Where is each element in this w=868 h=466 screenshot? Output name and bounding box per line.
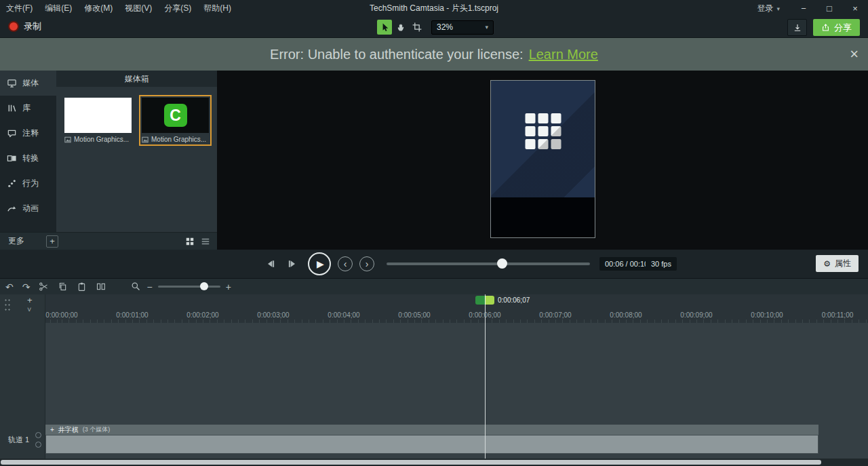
add-tools-button[interactable]: +: [46, 235, 58, 248]
gear-icon: ⚙: [823, 259, 831, 269]
view-toggles: [185, 237, 210, 246]
playhead-handle[interactable]: [475, 296, 494, 305]
record-button[interactable]: 录制: [8, 20, 41, 33]
toolbar-right: 分享: [787, 19, 860, 36]
media-thumbnail: [64, 98, 132, 133]
window-title: TechSmith Camtasia - 片头1.tscproj: [370, 3, 498, 14]
timeline-zoom-slider[interactable]: [158, 286, 220, 288]
previous-clip-button[interactable]: ‹: [338, 256, 353, 271]
undo-button[interactable]: ↶: [5, 282, 14, 292]
menu-bar: 文件(F) 编辑(E) 修改(M) 视图(V) 分享(S) 帮助(H) Tech…: [0, 0, 868, 17]
properties-button[interactable]: ⚙ 属性: [816, 255, 859, 272]
ruler-tick: 0:00:01;00: [116, 311, 148, 319]
sidebar-item-annotations[interactable]: 注释: [0, 121, 56, 146]
grid-view-icon[interactable]: [185, 237, 195, 246]
minimize-button[interactable]: −: [791, 0, 816, 17]
close-button[interactable]: ×: [842, 0, 868, 17]
timeline-zoom-knob[interactable]: [200, 282, 208, 290]
sidebar-item-transitions[interactable]: 转换: [0, 146, 56, 171]
expand-group-icon[interactable]: +: [50, 426, 54, 433]
main-area: 媒体 库 注释 转换: [0, 71, 868, 250]
chevron-down-icon: ▾: [485, 24, 488, 31]
menu-modify[interactable]: 修改(M): [78, 0, 119, 17]
tools-sidebar: 媒体 库 注释 转换: [0, 71, 56, 232]
media-item[interactable]: Motion Graphics...: [62, 95, 134, 146]
crop-tool-button[interactable]: [410, 20, 425, 35]
sidebar-item-label: 媒体: [22, 77, 39, 89]
menu-file[interactable]: 文件(F): [0, 0, 39, 17]
image-icon: [64, 136, 71, 143]
copy-button[interactable]: [58, 281, 68, 292]
drag-handle-icon[interactable]: [4, 298, 11, 313]
library-icon: [7, 103, 17, 113]
track-visibility-toggle[interactable]: [35, 442, 41, 448]
zoom-dropdown[interactable]: 32% ▾: [431, 20, 494, 35]
sidebar-item-behaviors[interactable]: 行为: [0, 171, 56, 196]
canvas-slide[interactable]: [490, 80, 595, 238]
sidebar-item-media[interactable]: 媒体: [0, 71, 56, 96]
media-item-label: Motion Graphics...: [74, 136, 129, 143]
paste-button[interactable]: [77, 281, 87, 292]
learn-more-link[interactable]: Learn More: [529, 47, 598, 62]
zoom-in-button[interactable]: +: [226, 282, 231, 292]
split-button[interactable]: [96, 281, 106, 292]
behavior-icon: [7, 178, 17, 189]
timeline-ruler[interactable]: 0:00:00;00 0:00:01;00 0:00:02;00 0:00:03…: [45, 294, 868, 323]
redo-button[interactable]: ↷: [22, 282, 31, 292]
media-item[interactable]: C Motion Graphics...: [139, 95, 212, 146]
camtasia-window: 文件(F) 编辑(E) 修改(M) 视图(V) 分享(S) 帮助(H) Tech…: [0, 0, 868, 466]
timeline-tracks: + 井字棋 (3 个媒体): [45, 323, 868, 459]
timeline-zoom-controls: − +: [131, 281, 231, 292]
error-text: Error: Unable to authenticate your licen…: [270, 47, 524, 62]
window-controls: 登录 ▾ − □ ×: [757, 0, 868, 17]
cut-button[interactable]: [39, 281, 49, 292]
sidebar-item-library[interactable]: 库: [0, 96, 56, 121]
media-bin-panel: 媒体箱 Motion Graphics... C: [56, 71, 217, 232]
ruler-tick: 0:00:05;00: [398, 311, 430, 319]
seek-bar[interactable]: [387, 263, 590, 265]
group-clip[interactable]: + 井字棋 (3 个媒体): [45, 425, 818, 454]
menu-share[interactable]: 分享(S): [158, 0, 197, 17]
export-button[interactable]: [787, 19, 807, 36]
close-icon[interactable]: ×: [850, 45, 859, 63]
restore-button[interactable]: □: [816, 0, 842, 17]
step-forward-button[interactable]: [286, 258, 298, 270]
media-item-label: Motion Graphics...: [151, 136, 206, 143]
slide-background: [491, 81, 595, 197]
sidebar-item-label: 转换: [22, 153, 39, 164]
share-label: 分享: [834, 22, 852, 34]
play-button[interactable]: ▶: [308, 252, 331, 275]
list-view-icon[interactable]: [201, 237, 210, 246]
more-tools-label[interactable]: 更多: [8, 235, 24, 247]
group-clip-header[interactable]: + 井字棋 (3 个媒体): [45, 425, 818, 435]
menu-view[interactable]: 视图(V): [119, 0, 158, 17]
collapse-tracks-button[interactable]: ˅: [27, 305, 31, 313]
camtasia-logo-icon: C: [164, 104, 187, 127]
sign-in-menu[interactable]: 登录 ▾: [757, 3, 780, 14]
canvas-tools: 32% ▾: [377, 20, 494, 35]
cursor-tool-button[interactable]: [377, 20, 392, 35]
menu-help[interactable]: 帮助(H): [197, 0, 237, 17]
playhead-line[interactable]: [485, 294, 486, 459]
share-button[interactable]: 分享: [813, 19, 860, 36]
grid-graphic: [525, 113, 561, 149]
sidebar-item-label: 动画: [22, 203, 39, 214]
zoom-out-button[interactable]: −: [146, 282, 152, 292]
playhead-time-label: 0:00:06;07: [498, 296, 530, 304]
menu-edit[interactable]: 编辑(E): [39, 0, 78, 17]
magnifier-icon[interactable]: [131, 281, 141, 292]
step-back-button[interactable]: [264, 258, 277, 270]
scrollbar-thumb[interactable]: [1, 460, 821, 465]
fps-display: 30 fps: [646, 257, 677, 271]
image-icon: [142, 136, 149, 143]
seek-knob[interactable]: [497, 258, 507, 269]
group-clip-body[interactable]: [45, 435, 818, 454]
next-clip-button[interactable]: ›: [359, 256, 374, 271]
timeline-scrollbar[interactable]: [0, 459, 868, 466]
ruler-tick: 0:00:09;00: [680, 311, 712, 319]
sidebar-item-animations[interactable]: 动画: [0, 196, 56, 221]
track-lock-toggle[interactable]: [35, 432, 41, 438]
step-back-icon: [265, 258, 276, 269]
add-track-button[interactable]: +: [27, 295, 33, 305]
pan-tool-button[interactable]: [393, 20, 408, 35]
